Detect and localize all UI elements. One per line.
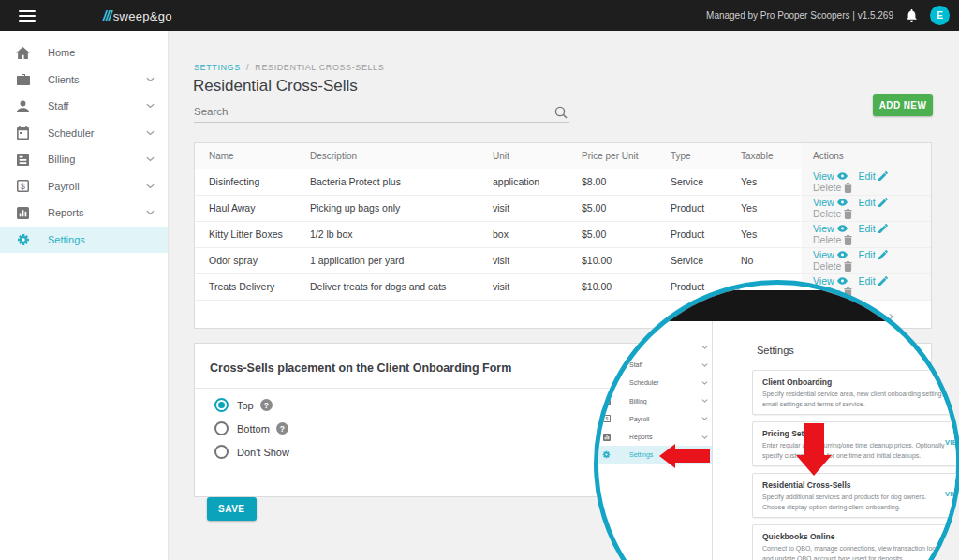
- billing-list-icon: [16, 154, 30, 166]
- gear-icon: [601, 450, 612, 459]
- trash-icon: [844, 183, 852, 193]
- magnified-card-residential-cross-sells[interactable]: Residential Cross-Sells Specify addition…: [752, 473, 959, 518]
- notifications-bell-icon[interactable]: [906, 9, 918, 22]
- sidebar-item-billing[interactable]: Billing: [0, 146, 168, 173]
- sidebar-item-scheduler[interactable]: Scheduler: [0, 120, 168, 147]
- magnified-sidebar-item[interactable]: Scheduler: [598, 374, 712, 391]
- cell-type: Service: [671, 247, 741, 273]
- add-new-button[interactable]: ADD NEW: [873, 94, 933, 116]
- column-header-actions: Actions: [802, 143, 931, 169]
- pencil-icon: [878, 276, 888, 286]
- chevron-down-icon: [146, 130, 155, 136]
- table-row: Haul Away Picking up bags only visit $5.…: [195, 195, 931, 221]
- pencil-icon: [878, 198, 888, 207]
- cell-unit: application: [493, 169, 582, 195]
- chevron-down-icon: [701, 346, 708, 349]
- chevron-down-icon: [701, 381, 708, 385]
- cell-actions: View Edit Delete: [802, 247, 931, 273]
- trash-icon: [844, 235, 852, 245]
- cell-unit: visit: [493, 273, 582, 300]
- cell-description: 1/2 lb box: [310, 221, 493, 247]
- breadcrumb: SETTINGS / RESIDENTIAL CROSS-SELLS: [194, 63, 384, 72]
- sidebar-item-label: Home: [48, 47, 75, 58]
- magnified-sidebar-item[interactable]: $ Payroll: [598, 410, 712, 428]
- app-logo: /// sweep&go: [103, 8, 172, 23]
- sidebar-item-payroll[interactable]: $ Payroll: [0, 173, 168, 200]
- eye-icon: [837, 277, 848, 285]
- delete-link[interactable]: Delete: [813, 234, 852, 245]
- cell-unit: visit: [493, 247, 582, 273]
- cell-description: Deliver treats for dogs and cats: [310, 273, 493, 300]
- sidebar-item-home[interactable]: Home: [0, 39, 168, 66]
- payroll-dollar-icon: $: [16, 180, 30, 192]
- magnified-view-link[interactable]: VIEW: [945, 490, 959, 498]
- edit-link[interactable]: Edit: [859, 275, 888, 287]
- trash-icon: [844, 261, 852, 272]
- magnified-view-link[interactable]: VIEW: [945, 438, 959, 447]
- sidebar-item-settings[interactable]: Settings: [0, 227, 168, 254]
- edit-link[interactable]: Edit: [859, 197, 888, 208]
- bar-chart-icon: [16, 207, 30, 219]
- view-link[interactable]: View: [813, 170, 848, 182]
- magnified-card-description: Enter regular and recurring/one time cle…: [762, 441, 948, 461]
- column-header-price: Price per Unit: [582, 143, 671, 169]
- column-header-type: Type: [671, 143, 741, 169]
- cell-name: Disinfecting: [195, 169, 310, 195]
- delete-link[interactable]: Delete: [813, 208, 852, 219]
- magnified-card-client-onboarding[interactable]: Client Onboarding Specify residential se…: [752, 370, 959, 415]
- help-icon[interactable]: ?: [276, 422, 288, 435]
- user-avatar[interactable]: E: [930, 6, 950, 25]
- breadcrumb-settings-link[interactable]: SETTINGS: [194, 63, 241, 72]
- view-link[interactable]: View: [813, 197, 848, 208]
- edit-link[interactable]: Edit: [859, 249, 888, 260]
- logo-slashes-icon: ///: [103, 8, 111, 23]
- delete-link[interactable]: Delete: [813, 260, 852, 272]
- cell-price: $5.00: [582, 221, 671, 247]
- magnified-card-quickbooks-online[interactable]: Quickbooks Online Connect to QBO, manage…: [752, 524, 959, 560]
- cell-taxable: Yes: [741, 169, 802, 195]
- sidebar-item-label: Settings: [48, 234, 85, 245]
- radio-top[interactable]: [214, 398, 229, 412]
- sidebar-item-label: Scheduler: [48, 127, 95, 139]
- magnified-item-label: Reports: [629, 434, 653, 440]
- sidebar-item-label: Staff: [48, 100, 68, 111]
- cell-type: Service: [671, 169, 741, 195]
- menu-icon[interactable]: [19, 10, 36, 22]
- view-link[interactable]: View: [813, 249, 848, 260]
- radio-bottom[interactable]: [214, 421, 229, 435]
- magnified-card-description: Connect to QBO, manage connections, view…: [762, 544, 948, 560]
- pencil-icon: [878, 250, 888, 259]
- magnified-card-pricing-setup[interactable]: Pricing Setup Enter regular and recurrin…: [752, 421, 959, 466]
- radio-dont-show[interactable]: [214, 445, 229, 459]
- save-button[interactable]: SAVE: [207, 497, 257, 521]
- chevron-down-icon: [146, 210, 155, 215]
- chevron-down-icon: [701, 435, 708, 439]
- view-link[interactable]: View: [813, 223, 848, 234]
- magnified-sidebar-item[interactable]: Billing: [598, 392, 712, 410]
- edit-link[interactable]: Edit: [859, 170, 888, 182]
- sidebar-item-reports[interactable]: Reports: [0, 199, 168, 227]
- chevron-down-icon: [146, 77, 155, 82]
- magnified-card-title: Residential Cross-Sells: [762, 480, 959, 490]
- cell-price: $8.00: [582, 169, 671, 195]
- delete-link[interactable]: Delete: [813, 182, 852, 193]
- eye-icon: [837, 225, 848, 232]
- search-icon[interactable]: [554, 106, 568, 119]
- edit-link[interactable]: Edit: [859, 223, 888, 234]
- briefcase-icon: [16, 74, 30, 85]
- cell-price: $10.00: [582, 247, 671, 273]
- column-header-unit: Unit: [493, 143, 582, 169]
- sidebar-item-clients[interactable]: Clients: [0, 66, 168, 94]
- cell-actions: View Edit Delete: [802, 221, 931, 247]
- sidebar-item-label: Payroll: [48, 181, 80, 192]
- red-arrow-pointing-cross-sells: [796, 423, 832, 476]
- breadcrumb-separator: /: [246, 63, 249, 72]
- sidebar-item-staff[interactable]: Staff: [0, 93, 168, 120]
- help-icon[interactable]: ?: [260, 399, 273, 411]
- chevron-down-icon: [146, 156, 155, 162]
- pencil-icon: [878, 171, 888, 181]
- cell-description: Bacteria Protect plus: [310, 169, 493, 195]
- cell-type: Product: [671, 221, 741, 247]
- logo-text: sweep&go: [113, 9, 172, 23]
- search-input[interactable]: [194, 102, 540, 117]
